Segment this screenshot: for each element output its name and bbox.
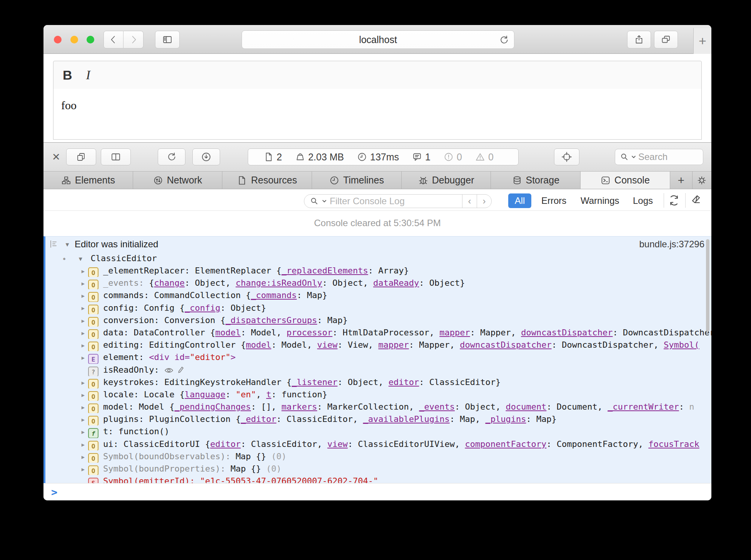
- tab-debugger[interactable]: Debugger: [402, 172, 491, 189]
- disclosure-closed-icon[interactable]: ▶: [78, 451, 88, 463]
- inspector-search-field[interactable]: Search: [615, 149, 703, 165]
- object-root-row[interactable]: • ▼ ClassicEditor: [45, 252, 711, 265]
- reload-icon: [166, 152, 177, 162]
- bold-button[interactable]: B: [63, 68, 72, 83]
- stat-documents[interactable]: 2: [264, 152, 282, 163]
- tab-console[interactable]: Console: [581, 172, 670, 189]
- console-object-row[interactable]: ▶ft: function(): [45, 425, 711, 438]
- stat-load-time[interactable]: 137ms: [357, 152, 399, 163]
- disclosure-closed-icon[interactable]: ▶: [78, 352, 88, 363]
- new-tab-button[interactable]: +: [693, 28, 711, 54]
- forward-button[interactable]: [123, 31, 144, 48]
- pencil-icon[interactable]: [177, 365, 184, 376]
- code-segment: _pendingChanges: [174, 402, 251, 412]
- type-badge: S: [88, 478, 98, 483]
- eye-icon[interactable]: [164, 365, 174, 376]
- console-object-row[interactable]: ▶Ocommands: CommandCollection {_commands…: [45, 289, 711, 302]
- disclosure-closed-icon[interactable]: ▶: [78, 302, 88, 314]
- element-picker-button[interactable]: [554, 148, 579, 165]
- console-object-row[interactable]: ▶Oplugins: PluginCollection {_editor: Cl…: [45, 413, 711, 425]
- scope-warnings-button[interactable]: Warnings: [575, 193, 624, 208]
- sidebar-toggle-button[interactable]: [155, 31, 180, 48]
- code-segment: markers: [282, 402, 317, 412]
- code-segment: "en": [235, 390, 256, 399]
- disclosure-closed-icon[interactable]: ▶: [78, 438, 88, 450]
- code-segment: focusTrack: [648, 439, 699, 449]
- filter-console-field[interactable]: Filter Console Log ‹ ›: [304, 194, 492, 208]
- reload-page-button[interactable]: [499, 35, 509, 47]
- disclosure-closed-icon[interactable]: ▶: [78, 401, 88, 413]
- find-next-button[interactable]: ›: [477, 195, 491, 208]
- disclosure-closed-icon[interactable]: ▶: [78, 339, 88, 351]
- code-segment: EditingKeystrokeHandler {: [164, 377, 292, 387]
- console-object-row[interactable]: ▶Olocale: Locale {language: "en", t: fun…: [45, 388, 711, 401]
- back-button[interactable]: [103, 31, 123, 48]
- scope-errors-button[interactable]: Errors: [536, 193, 572, 208]
- clear-console-button[interactable]: [690, 194, 704, 208]
- console-object-row[interactable]: SSymbol(emitterId): "e1c-55053-47-076052…: [45, 475, 711, 483]
- new-inspector-tab-button[interactable]: +: [670, 172, 693, 189]
- console-output: Console cleared at 5:30:54 PM ▼ Editor w…: [43, 211, 711, 483]
- disclosure-closed-icon[interactable]: ▶: [78, 426, 88, 438]
- close-inspector-button[interactable]: ✕: [50, 151, 62, 163]
- source-link[interactable]: bundle.js:37296: [639, 239, 704, 250]
- preserve-log-button[interactable]: [668, 194, 681, 208]
- scope-all-button[interactable]: All: [508, 193, 531, 208]
- editor-content[interactable]: foo: [53, 89, 702, 140]
- tab-storage[interactable]: Storage: [491, 172, 581, 189]
- share-button[interactable]: [627, 31, 651, 48]
- console-object-row[interactable]: ▶OSymbol(boundObservables): Map {} (0): [45, 450, 711, 463]
- scope-logs-button[interactable]: Logs: [628, 193, 658, 208]
- stat-console-messages[interactable]: 1: [412, 152, 431, 163]
- disclosure-closed-icon[interactable]: ▶: [78, 290, 88, 302]
- console-object-row[interactable]: ▶Okeystrokes: EditingKeystrokeHandler {_…: [45, 376, 711, 388]
- tab-elements[interactable]: Elements: [43, 172, 133, 189]
- find-previous-button[interactable]: ‹: [462, 195, 477, 208]
- stat-errors[interactable]: 0: [444, 152, 462, 163]
- disclosure-open-icon[interactable]: ▼: [75, 253, 85, 265]
- tab-timelines[interactable]: Timelines: [312, 172, 402, 189]
- stat-warnings[interactable]: 0: [475, 152, 494, 163]
- download-button[interactable]: [192, 148, 220, 165]
- console-object-row[interactable]: ▶Omodel: Model {_pendingChanges: [], mar…: [45, 401, 711, 413]
- url-field[interactable]: localhost: [242, 30, 514, 49]
- disclosure-closed-icon[interactable]: ▶: [78, 315, 88, 327]
- tab-resources[interactable]: Resources: [222, 172, 312, 189]
- reload-button[interactable]: [158, 148, 185, 165]
- zoom-window-button[interactable]: [87, 36, 94, 43]
- disclosure-closed-icon[interactable]: ▶: [78, 389, 88, 401]
- disclosure-closed-icon[interactable]: ▶: [78, 277, 88, 289]
- console-object-row[interactable]: ▶Oediting: EditingController {model: Mod…: [45, 339, 711, 351]
- dock-side-button[interactable]: [101, 148, 131, 165]
- tab-overview-button[interactable]: [654, 31, 678, 48]
- log-entry-header[interactable]: ▼ Editor was initialized bundle.js:37296: [45, 237, 711, 252]
- console-prompt[interactable]: >: [43, 483, 711, 500]
- console-object-row[interactable]: ▶O_elementReplacer: ElementReplacer {_re…: [45, 265, 711, 277]
- console-object-row[interactable]: ▶Eelement: <div id="editor">: [45, 351, 711, 363]
- console-scrollbar-thumb[interactable]: [706, 239, 709, 332]
- code-segment: data:: [103, 328, 134, 337]
- disclosure-closed-icon[interactable]: ▶: [78, 265, 88, 277]
- stat-memory[interactable]: 2.03 MB: [295, 152, 344, 163]
- disclosure-open-icon[interactable]: ▼: [62, 241, 72, 248]
- console-object-row[interactable]: ▶Oconversion: Conversion {_dispatchersGr…: [45, 314, 711, 327]
- console-object-row[interactable]: ▶Oui: ClassicEditorUI {editor: ClassicEd…: [45, 438, 711, 450]
- console-object-row[interactable]: ▶O_events: {change: Object, change:isRea…: [45, 277, 711, 289]
- close-window-button[interactable]: [54, 36, 62, 43]
- disclosure-closed-icon[interactable]: ▶: [78, 413, 88, 425]
- inspector-settings-button[interactable]: [693, 172, 711, 189]
- console-object-row[interactable]: ▶Oconfig: Config {_config: Object}: [45, 302, 711, 314]
- console-object-row[interactable]: ?isReadOnly:: [45, 364, 711, 376]
- italic-button[interactable]: I: [86, 68, 90, 82]
- disclosure-closed-icon[interactable]: ▶: [78, 327, 88, 339]
- console-object-row[interactable]: ▶Odata: DataController {model: Model, pr…: [45, 327, 711, 339]
- code-segment: : Object}: [220, 303, 266, 313]
- disclosure-closed-icon[interactable]: ▶: [78, 377, 88, 388]
- disclosure-closed-icon[interactable]: ▶: [78, 463, 88, 475]
- code-segment: dataReady: [373, 278, 419, 288]
- console-object-row[interactable]: ▶OSymbol(boundProperties): Map {} (0): [45, 463, 711, 475]
- code-segment: : Array}: [368, 266, 409, 275]
- detach-inspector-button[interactable]: [66, 148, 96, 165]
- tab-network[interactable]: Network: [133, 172, 223, 189]
- minimize-window-button[interactable]: [70, 36, 78, 43]
